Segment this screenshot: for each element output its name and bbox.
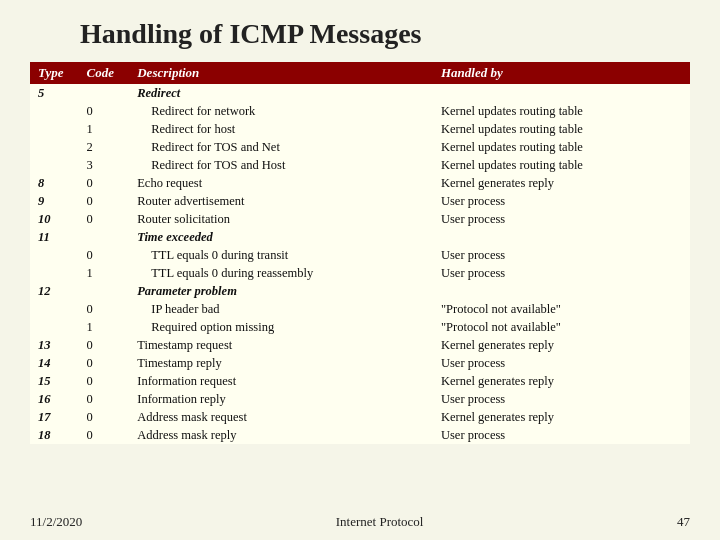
cell-code: 1 [78, 264, 129, 282]
footer: 11/2/2020 Internet Protocol 47 [30, 508, 690, 530]
cell-desc: TTL equals 0 during transit [129, 246, 433, 264]
cell-type: 13 [30, 336, 78, 354]
cell-code: 0 [78, 336, 129, 354]
page: Handling of ICMP Messages Type Code Desc… [0, 0, 720, 540]
cell-desc: Timestamp reply [129, 354, 433, 372]
cell-desc: Redirect for host [129, 120, 433, 138]
cell-desc: Redirect for network [129, 102, 433, 120]
table-row: 80Echo requestKernel generates reply [30, 174, 690, 192]
cell-type [30, 138, 78, 156]
table-row: 1Redirect for hostKernel updates routing… [30, 120, 690, 138]
cell-type [30, 246, 78, 264]
cell-handled [433, 84, 690, 102]
cell-handled [433, 282, 690, 300]
cell-code: 0 [78, 102, 129, 120]
cell-desc: Redirect for TOS and Net [129, 138, 433, 156]
cell-type: 17 [30, 408, 78, 426]
cell-handled: Kernel generates reply [433, 408, 690, 426]
cell-code: 3 [78, 156, 129, 174]
cell-type [30, 120, 78, 138]
cell-desc: Parameter problem [129, 282, 433, 300]
cell-type: 9 [30, 192, 78, 210]
cell-handled: User process [433, 210, 690, 228]
cell-handled: User process [433, 390, 690, 408]
table-row: 3Redirect for TOS and HostKernel updates… [30, 156, 690, 174]
cell-type: 10 [30, 210, 78, 228]
cell-handled: "Protocol not available" [433, 318, 690, 336]
cell-code: 0 [78, 426, 129, 444]
table-row: 170Address mask requestKernel generates … [30, 408, 690, 426]
footer-date: 11/2/2020 [30, 514, 82, 530]
page-title: Handling of ICMP Messages [30, 18, 690, 50]
cell-type [30, 264, 78, 282]
cell-handled: User process [433, 426, 690, 444]
table-row: 90Router advertisementUser process [30, 192, 690, 210]
cell-handled: Kernel updates routing table [433, 156, 690, 174]
table-row: 160Information replyUser process [30, 390, 690, 408]
cell-handled: User process [433, 192, 690, 210]
cell-code: 0 [78, 354, 129, 372]
cell-desc: Address mask reply [129, 426, 433, 444]
cell-desc: Information reply [129, 390, 433, 408]
cell-code: 1 [78, 318, 129, 336]
cell-desc: Router solicitation [129, 210, 433, 228]
cell-desc: Redirect for TOS and Host [129, 156, 433, 174]
footer-page: 47 [677, 514, 690, 530]
cell-desc: Information request [129, 372, 433, 390]
table-row: 130Timestamp requestKernel generates rep… [30, 336, 690, 354]
cell-code: 0 [78, 300, 129, 318]
cell-code [78, 228, 129, 246]
cell-handled [433, 228, 690, 246]
cell-desc: Time exceeded [129, 228, 433, 246]
cell-type: 8 [30, 174, 78, 192]
cell-code [78, 84, 129, 102]
cell-code: 0 [78, 372, 129, 390]
table-row: 5Redirect [30, 84, 690, 102]
cell-code: 0 [78, 210, 129, 228]
table-row: 100Router solicitationUser process [30, 210, 690, 228]
cell-code [78, 282, 129, 300]
cell-handled: Kernel generates reply [433, 174, 690, 192]
cell-code: 0 [78, 246, 129, 264]
cell-handled: User process [433, 246, 690, 264]
cell-type: 16 [30, 390, 78, 408]
cell-code: 0 [78, 174, 129, 192]
cell-code: 1 [78, 120, 129, 138]
cell-handled: "Protocol not available" [433, 300, 690, 318]
cell-handled: Kernel generates reply [433, 372, 690, 390]
cell-code: 2 [78, 138, 129, 156]
cell-type: 5 [30, 84, 78, 102]
cell-type [30, 156, 78, 174]
table-row: 2Redirect for TOS and NetKernel updates … [30, 138, 690, 156]
table-row: 11Time exceeded [30, 228, 690, 246]
table-row: 1Required option missing"Protocol not av… [30, 318, 690, 336]
cell-desc: Echo request [129, 174, 433, 192]
table-row: 0TTL equals 0 during transitUser process [30, 246, 690, 264]
col-desc: Description [129, 62, 433, 84]
cell-type: 15 [30, 372, 78, 390]
table-row: 0Redirect for networkKernel updates rout… [30, 102, 690, 120]
table-row: 140Timestamp replyUser process [30, 354, 690, 372]
cell-desc: Address mask request [129, 408, 433, 426]
cell-desc: Required option missing [129, 318, 433, 336]
cell-type [30, 300, 78, 318]
cell-handled: Kernel generates reply [433, 336, 690, 354]
cell-desc: IP header bad [129, 300, 433, 318]
table-row: 180Address mask replyUser process [30, 426, 690, 444]
table-row: 12Parameter problem [30, 282, 690, 300]
col-type: Type [30, 62, 78, 84]
cell-handled: Kernel updates routing table [433, 120, 690, 138]
cell-desc: TTL equals 0 during reassembly [129, 264, 433, 282]
cell-type [30, 318, 78, 336]
cell-handled: Kernel updates routing table [433, 102, 690, 120]
cell-desc: Router advertisement [129, 192, 433, 210]
table-wrapper: Type Code Description Handled by 5Redire… [30, 62, 690, 508]
cell-type: 14 [30, 354, 78, 372]
table-header-row: Type Code Description Handled by [30, 62, 690, 84]
footer-center: Internet Protocol [336, 514, 424, 530]
cell-type: 18 [30, 426, 78, 444]
icmp-table: Type Code Description Handled by 5Redire… [30, 62, 690, 444]
col-code: Code [78, 62, 129, 84]
cell-type [30, 102, 78, 120]
cell-desc: Timestamp request [129, 336, 433, 354]
